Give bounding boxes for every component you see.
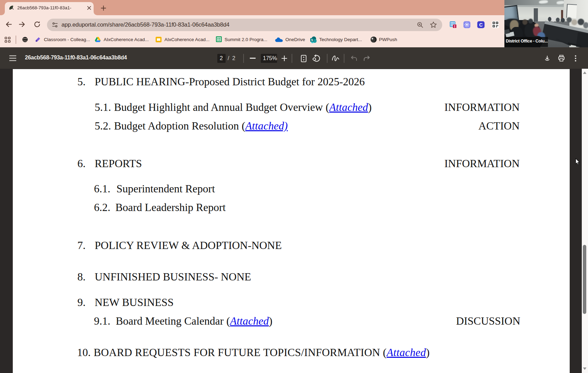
svg-text:C: C [479,22,483,28]
svg-text:S: S [311,38,313,42]
